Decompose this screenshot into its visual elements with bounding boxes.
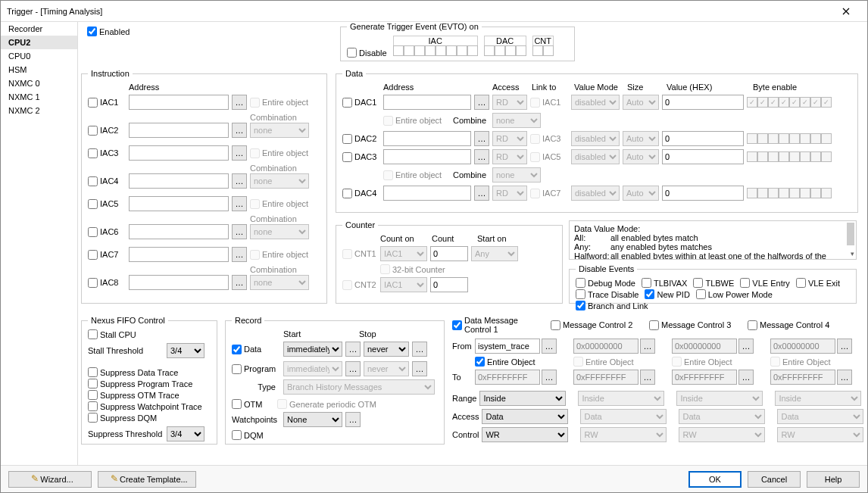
record-program[interactable]: Program <box>232 364 280 374</box>
dac4-vm[interactable]: disabled <box>571 186 620 201</box>
evto-cnt-cells[interactable] <box>532 45 554 56</box>
iac5-addr[interactable] <box>129 196 229 211</box>
iac4-browse[interactable]: … <box>232 173 247 189</box>
mc3-to-browse[interactable]: … <box>738 370 754 385</box>
iac1-browse[interactable]: … <box>232 95 247 110</box>
cancel-button[interactable]: Cancel <box>748 471 801 488</box>
dac-combine[interactable]: none <box>492 113 541 128</box>
mc3-from[interactable] <box>672 339 737 354</box>
evto-disable[interactable]: Disable <box>347 48 387 58</box>
iac2-browse[interactable]: … <box>232 123 247 138</box>
iac1-check[interactable]: IAC1 <box>88 98 126 108</box>
chevron-down-icon[interactable]: ▾ <box>851 250 854 257</box>
evto-iac-cells[interactable] <box>393 45 478 56</box>
iac1-addr[interactable] <box>129 95 229 110</box>
mc3-range[interactable]: Inside <box>676 391 763 406</box>
gen-otm-check[interactable]: Generate periodic OTM <box>277 399 376 409</box>
mc1-control[interactable]: WR <box>482 427 568 442</box>
cnt2-counton[interactable]: IAC1 <box>380 277 427 292</box>
iac3-addr[interactable] <box>129 145 229 161</box>
dac4-size[interactable]: Auto <box>623 186 659 201</box>
iac6-check[interactable]: IAC6 <box>88 227 126 237</box>
sidebar-item-nxmc1[interactable]: NXMC 1 <box>1 90 77 104</box>
iac8-check[interactable]: IAC8 <box>88 278 126 288</box>
cnt1-starton[interactable]: Any <box>471 246 518 261</box>
create-template-button[interactable]: Create Template... <box>98 471 196 488</box>
dac1-access[interactable]: RD <box>492 95 527 110</box>
iac-combo[interactable]: none <box>250 275 309 290</box>
mc4-to[interactable] <box>770 370 835 385</box>
dac3-access[interactable]: RD <box>492 149 527 164</box>
mc3-to[interactable] <box>672 370 737 385</box>
dev-vle entry[interactable]: VLE Entry <box>740 278 790 288</box>
dev-tlbivax[interactable]: TLBIVAX <box>642 278 687 288</box>
supp-prog-trace[interactable]: Suppress Program Trace <box>88 379 192 388</box>
supp-data-trace[interactable]: Suppress Data Trace <box>88 367 178 377</box>
dac-combine[interactable]: none <box>492 167 541 183</box>
dac2-link[interactable]: IAC3 <box>530 134 568 144</box>
mc2-to-browse[interactable]: … <box>640 370 655 385</box>
iac2-check[interactable]: IAC2 <box>88 126 126 136</box>
record-data[interactable]: Data <box>232 345 280 354</box>
mc1-to[interactable] <box>475 370 540 385</box>
dev-new pid[interactable]: New PID <box>645 289 689 299</box>
mc4-from[interactable] <box>770 339 835 354</box>
sidebar-item-nxmc0[interactable]: NXMC 0 <box>1 76 77 90</box>
iac3-check[interactable]: IAC3 <box>88 148 126 158</box>
mc4-eo[interactable]: Entire Object <box>770 357 857 367</box>
dac4-access[interactable]: RD <box>492 186 527 201</box>
close-button[interactable] <box>831 1 861 22</box>
dev-low power mode[interactable]: Low Power Mode <box>696 289 773 299</box>
dac4-val[interactable] <box>662 186 744 201</box>
supp-otm-trace[interactable]: Suppress OTM Trace <box>88 390 180 400</box>
dac1-link[interactable]: IAC1 <box>530 98 568 108</box>
mc2-to[interactable] <box>573 370 639 385</box>
iac2-addr[interactable] <box>129 123 229 138</box>
dac3-addr[interactable] <box>383 149 471 164</box>
mc4-to-browse[interactable]: … <box>837 370 852 385</box>
mc3-check[interactable]: Message Control 3 <box>649 320 735 330</box>
dev-tlbwe[interactable]: TLBWE <box>693 278 734 288</box>
dev-debug mode[interactable]: Debug Mode <box>576 278 635 288</box>
dev-branch and link[interactable]: Branch and Link <box>576 301 648 310</box>
mc4-check[interactable]: Message Control 4 <box>748 320 834 330</box>
cnt2-count[interactable] <box>430 277 468 292</box>
mc1-eo[interactable]: Entire Object <box>475 357 561 367</box>
mc4-from-browse[interactable]: … <box>837 339 852 354</box>
iac6-addr[interactable] <box>129 224 229 239</box>
mc1-from[interactable] <box>475 339 540 354</box>
iac5-check[interactable]: IAC5 <box>88 199 126 209</box>
mc1-check[interactable]: Data Message Control 1 <box>452 316 539 334</box>
mc1-access[interactable]: Data <box>482 409 568 424</box>
iac8-addr[interactable] <box>129 275 229 290</box>
mc2-access[interactable]: Data <box>580 409 667 424</box>
mc2-check[interactable]: Message Control 2 <box>551 320 637 330</box>
mc3-control[interactable]: RW <box>679 427 765 442</box>
dac3-size[interactable]: Auto <box>623 149 659 164</box>
sidebar-item-cpu2[interactable]: CPU2 <box>1 36 77 49</box>
otm-check[interactable]: OTM <box>232 399 274 409</box>
iac7-addr[interactable] <box>129 247 229 262</box>
mc4-access[interactable]: Data <box>777 409 863 424</box>
mc1-range[interactable]: Inside <box>479 391 566 406</box>
record-type[interactable]: Branch History Messages <box>283 379 435 395</box>
dac2-val[interactable] <box>662 131 744 146</box>
dac1-check[interactable]: DAC1 <box>342 98 380 108</box>
dac2-addr[interactable] <box>383 131 471 146</box>
sidebar-item-cpu0[interactable]: CPU0 <box>1 49 77 63</box>
dac2-size[interactable]: Auto <box>623 131 659 146</box>
stall-cpu[interactable]: Stall CPU <box>88 329 136 339</box>
cnt-32bit[interactable]: 32-bit Counter <box>380 264 445 274</box>
data-stop-more[interactable]: … <box>412 342 427 357</box>
sidebar-item-recorder[interactable]: Recorder <box>1 22 77 36</box>
dqm-check[interactable]: DQM <box>232 430 264 440</box>
evto-dac-cells[interactable] <box>484 45 526 56</box>
data-start[interactable]: immediately <box>283 342 342 357</box>
dac4-check[interactable]: DAC4 <box>342 189 380 198</box>
dev-vle exit[interactable]: VLE Exit <box>796 278 840 288</box>
dac2-access[interactable]: RD <box>492 131 527 146</box>
ok-button[interactable]: OK <box>688 471 742 488</box>
iac3-browse[interactable]: … <box>232 145 247 161</box>
dac1-size[interactable]: Auto <box>623 95 659 110</box>
iac5-browse[interactable]: … <box>232 196 247 211</box>
